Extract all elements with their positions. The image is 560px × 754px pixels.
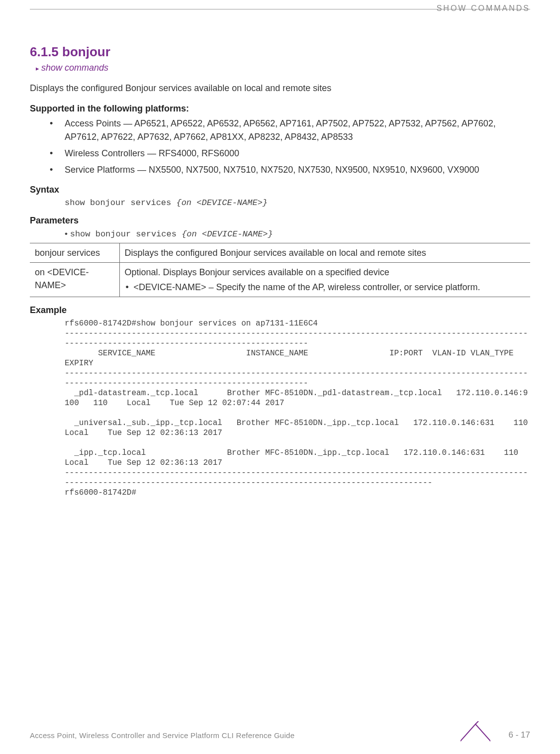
- param-plain: show bonjour services: [70, 229, 182, 239]
- syntax-heading: Syntax: [30, 185, 530, 195]
- example-heading: Example: [30, 305, 530, 316]
- parameters-heading: Parameters: [30, 215, 530, 226]
- page-content: 6.1.5 bonjour show commands Displays the…: [0, 9, 560, 498]
- list-item: Service Platforms — NX5500, NX7500, NX75…: [50, 163, 530, 177]
- footer-page-number: 6 - 17: [509, 730, 530, 740]
- syntax-code: show bonjour services {on <DEVICE-NAME>}: [30, 198, 530, 208]
- page-footer: Access Point, Wireless Controller and Se…: [30, 730, 530, 740]
- example-output: rfs6000-81742D#show bonjour services on …: [30, 319, 530, 498]
- parameters-line: • show bonjour services {on <DEVICE-NAME…: [30, 229, 530, 239]
- footer-graphic-icon: [461, 721, 490, 742]
- param-name: on <DEVICE-NAME>: [30, 263, 119, 297]
- section-title: 6.1.5 bonjour: [30, 44, 530, 60]
- parameters-table: bonjour services Displays the configured…: [30, 243, 530, 297]
- syntax-italic: {on <DEVICE-NAME>}: [176, 198, 268, 208]
- param-desc: Displays the configured Bonjour services…: [119, 243, 530, 263]
- list-item: Wireless Controllers — RFS4000, RFS6000: [50, 147, 530, 160]
- supported-list: Access Points — AP6521, AP6522, AP6532, …: [30, 117, 530, 177]
- param-desc-sub: <DEVICE-NAME> – Specify the name of the …: [125, 281, 526, 294]
- list-item: Access Points — AP6521, AP6522, AP6532, …: [50, 117, 530, 144]
- section-description: Displays the configured Bonjour services…: [30, 82, 530, 95]
- param-italic: {on <DEVICE-NAME>}: [182, 229, 273, 239]
- breadcrumb: show commands: [36, 63, 530, 73]
- param-bullet: •: [65, 229, 70, 238]
- syntax-plain: show bonjour services: [65, 198, 176, 208]
- table-row: bonjour services Displays the configured…: [30, 243, 530, 263]
- param-name: bonjour services: [30, 243, 119, 263]
- table-row: on <DEVICE-NAME> Optional. Displays Bonj…: [30, 263, 530, 297]
- header-chapter: SHOW COMMANDS: [437, 4, 530, 13]
- footer-title: Access Point, Wireless Controller and Se…: [30, 731, 294, 740]
- param-desc-main: Optional. Displays Bonjour services avai…: [125, 267, 389, 277]
- param-desc: Optional. Displays Bonjour services avai…: [119, 263, 530, 297]
- supported-heading: Supported in the following platforms:: [30, 104, 530, 114]
